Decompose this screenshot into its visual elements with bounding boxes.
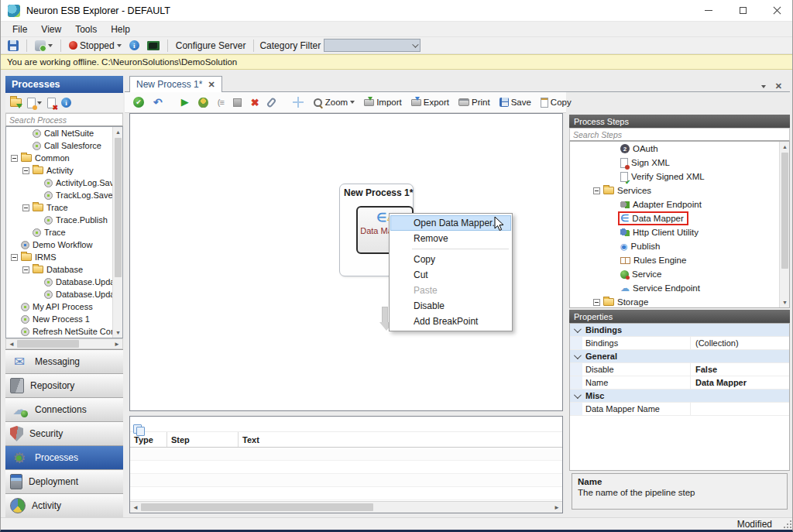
close-button[interactable] [760,0,793,22]
menu-help[interactable]: Help [104,23,137,36]
step-tree-item[interactable]: Storage [570,295,779,307]
undo-button[interactable] [151,97,165,108]
tree-item[interactable]: ActivityLog.Sav [6,177,112,189]
step-tree-item[interactable]: Publish [570,239,779,253]
cancel-button[interactable] [249,96,262,109]
step-over-button[interactable] [215,97,226,108]
expand-toggle-icon[interactable] [22,204,29,211]
nav-button[interactable]: Security [5,422,123,446]
save-button[interactable] [5,39,21,52]
minimize-button[interactable] [692,0,726,22]
info-button-left[interactable]: i [61,98,71,108]
zoom-dropdown[interactable]: Zoom [311,97,357,108]
attach-button[interactable] [266,97,276,108]
expand-toggle-icon[interactable] [22,167,29,174]
search-process-input[interactable] [5,113,123,126]
tree-item[interactable]: Trace [6,226,112,239]
configure-server-button[interactable]: Configure Server [173,39,249,52]
tab-close-icon[interactable]: ✕ [208,80,215,90]
delete-process-button[interactable] [47,98,56,108]
property-row[interactable]: Disable False [570,363,789,376]
pan-button[interactable] [290,96,306,108]
tree-item[interactable]: Database [6,263,112,276]
property-row[interactable]: Misc [570,390,789,403]
scroll-right-icon[interactable]: ► [112,341,122,348]
tree-item[interactable]: Call NetSuite [6,127,112,139]
tree-item[interactable]: Demo Workflow [6,239,112,251]
save-process-button[interactable]: Save [497,97,534,108]
nav-button[interactable]: Repository [5,374,123,398]
steps-vertical-scrollbar[interactable]: ▲ ▼ [779,142,789,307]
tree-item[interactable]: Activity [6,164,112,177]
export-button[interactable]: Export [409,97,451,108]
step-tree-item[interactable]: OAuth [570,142,779,156]
tree-item[interactable]: Database.Upda [6,288,112,300]
scroll-thumb[interactable] [17,340,79,348]
tree-item[interactable]: Common [6,152,112,164]
new-process-button[interactable] [27,98,42,108]
step-tree-item[interactable]: Data Mapper [570,211,779,225]
context-menu-item[interactable]: Cut [390,267,511,283]
expand-toggle-icon[interactable] [593,299,600,306]
info-button[interactable]: i [127,39,142,51]
tabstrip-close-icon[interactable]: ✕ [775,81,782,91]
tree-item[interactable]: Database.Upda [6,276,112,288]
maximize-button[interactable] [726,0,760,22]
tab-new-process-1[interactable]: New Process 1* ✕ [129,76,222,92]
column-header-step[interactable]: Step [167,432,239,447]
open-folder-button[interactable] [10,98,22,107]
process-design-canvas[interactable]: New Process 1* ∈⚠ Data Mapper Open Data … [129,113,563,411]
scroll-left-icon[interactable]: ◄ [130,504,141,511]
tree-item[interactable]: IRMS [6,251,112,263]
tree-item[interactable]: Trace [6,201,112,214]
stopped-dropdown[interactable]: Stopped [67,39,124,52]
column-header-text[interactable]: Text [239,432,562,447]
run-button[interactable] [179,97,191,108]
step-tree-item[interactable]: Service Endpoint [570,281,779,295]
category-filter-select[interactable] [324,39,421,52]
menu-file[interactable]: File [5,23,34,36]
print-button[interactable]: Print [456,97,493,108]
step-tree-item[interactable]: Verify Signed XML [570,170,779,184]
connect-button[interactable] [33,39,55,52]
scroll-thumb[interactable] [141,503,373,511]
context-menu-item[interactable]: Remove [390,231,511,246]
scroll-down-icon[interactable]: ▼ [780,297,790,307]
tree-item[interactable]: Call Salesforce [6,139,112,152]
debug-button[interactable] [196,97,211,108]
context-menu-item[interactable]: Copy [390,252,511,267]
resize-grip[interactable] [784,520,791,528]
context-menu-item[interactable]: Open Data Mapper... [390,215,511,231]
import-button[interactable]: Import [362,97,404,108]
tree-vertical-scrollbar[interactable]: ▲ ▼ [112,127,122,338]
step-tree-item[interactable]: Services [570,184,779,197]
tree-horizontal-scrollbar[interactable]: ◄ ► [5,338,123,349]
context-menu-item[interactable] [390,246,511,252]
menu-tools[interactable]: Tools [68,23,104,36]
context-menu-item[interactable]: Paste [390,283,511,298]
scroll-left-icon[interactable]: ◄ [6,341,17,348]
tab-list-dropdown-icon[interactable] [761,85,766,88]
validate-button[interactable] [131,96,146,108]
scroll-up-icon[interactable]: ▲ [113,127,123,137]
menu-view[interactable]: View [34,23,68,36]
copy-button[interactable]: Copy [538,97,574,108]
expand-toggle-icon[interactable] [593,187,600,194]
nav-button[interactable]: Connections [5,398,123,422]
stop-button[interactable] [231,98,244,108]
step-tree-item[interactable]: Service [570,267,779,281]
nav-button[interactable]: Messaging [5,350,123,374]
nav-button[interactable]: Activity [5,494,123,518]
step-tree-item[interactable]: Sign XML [570,156,779,170]
expand-toggle-icon[interactable] [11,254,18,261]
scroll-thumb[interactable] [115,138,122,277]
tree-item[interactable]: Refresh NetSuite Conta [6,325,112,338]
context-menu-item[interactable]: Disable [390,298,511,314]
step-tree-item[interactable]: Http Client Utility [570,225,779,239]
property-row[interactable]: General [570,350,789,363]
console-button[interactable] [145,40,162,51]
scroll-right-icon[interactable]: ► [551,504,562,511]
expand-toggle-icon[interactable] [11,155,18,162]
step-tree-item[interactable]: Adapter Endpoint [570,197,779,211]
tree-item[interactable]: My API Process [6,300,112,313]
